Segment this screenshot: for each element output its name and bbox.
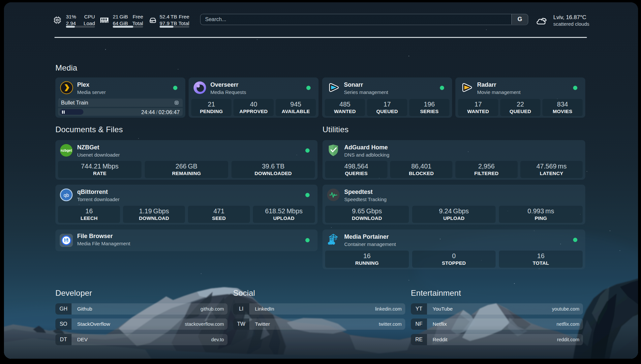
svg-text:qb: qb <box>64 192 69 198</box>
svg-text:nzbget: nzbget <box>61 148 72 152</box>
